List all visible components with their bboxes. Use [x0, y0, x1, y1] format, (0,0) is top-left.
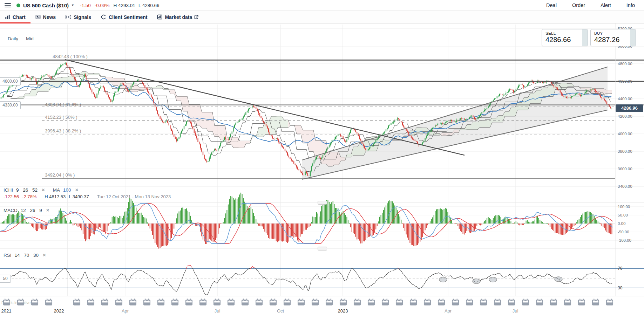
calendar-event-icon[interactable] [73, 298, 81, 306]
calendar-event-icon[interactable] [522, 298, 529, 306]
calendar-event-icon[interactable] [241, 298, 249, 306]
axis-tick: 4400.00 [618, 97, 632, 101]
calendar-event-icon[interactable] [409, 298, 417, 306]
calendar-event-icon[interactable] [550, 298, 557, 306]
ichi-params: 9 26 52 [16, 187, 38, 193]
header: US 500 Cash ($10) ▼ -1.50 -0.03% H 4293.… [0, 0, 644, 11]
calendar-event-icon[interactable] [438, 298, 445, 306]
tab-signals[interactable]: Signals [61, 11, 96, 23]
chart-toolbar: Daily Mid [8, 36, 34, 41]
calendar-event-icon[interactable] [157, 298, 165, 306]
calendar-event-icon[interactable] [17, 298, 25, 306]
tab-bar: Chart News Signals Client Sentiment Mark… [0, 11, 644, 23]
alert-button[interactable]: Alert [601, 2, 611, 8]
timeframe-button[interactable]: Daily [8, 36, 18, 41]
calendar-event-icon[interactable] [494, 298, 501, 306]
calendar-event-icon[interactable] [297, 298, 305, 306]
tab-client-sentiment[interactable]: Client Sentiment [96, 11, 152, 23]
time-axis-label: 2022 [54, 308, 64, 314]
ma-label: MA [53, 187, 60, 193]
calendar-event-icon[interactable] [115, 298, 123, 306]
calendar-event-icon[interactable] [269, 298, 277, 306]
time-axis-label: 2021 [1, 308, 12, 314]
client-sentiment-icon [101, 14, 106, 20]
remove-ichi-icon[interactable]: × [42, 187, 45, 193]
calendar-event-icon[interactable] [508, 298, 515, 306]
buy-button[interactable]: BUY 4287.26 [590, 29, 636, 46]
calendar-event-icon[interactable] [45, 298, 53, 306]
info-button[interactable]: Info [626, 2, 635, 8]
price-chart-canvas[interactable]: 4842.43 ( 100% )4308.04 ( 61.8% )4152.23… [0, 23, 644, 316]
calendar-event-icon[interactable] [213, 298, 221, 306]
calendar-event-icon[interactable] [199, 298, 207, 306]
axis-tick: 30 [618, 286, 623, 290]
price-change-pct: -0.03% [95, 3, 110, 8]
calendar-event-icon[interactable] [143, 298, 151, 306]
calendar-event-icon[interactable] [339, 298, 347, 306]
rsi-params: 14 70 30 [15, 253, 39, 258]
axis-tick: 100.00 [618, 205, 630, 209]
sell-label: SELL [545, 31, 584, 35]
rsi-pane-resize-handle[interactable] [318, 247, 327, 250]
calendar-event-icon[interactable] [101, 298, 109, 306]
calendar-event-icon[interactable] [395, 298, 403, 306]
rsi-legend: RSI 14 70 30 × [4, 252, 46, 258]
remove-rsi-icon[interactable]: × [43, 252, 46, 258]
price-type-button[interactable]: Mid [26, 36, 34, 41]
deal-button[interactable]: Deal [546, 2, 557, 8]
calendar-event-icon[interactable] [592, 298, 599, 306]
calendar-event-icon[interactable] [185, 298, 193, 306]
time-axis: Data is indicative 20212022AprJulOct2023… [0, 296, 644, 316]
range-dates: Tue 12 Oct 2021 - Mon 13 Nov 2023 [97, 194, 171, 199]
tab-chart[interactable]: Chart [0, 11, 30, 23]
chevron-down-icon[interactable]: ▼ [71, 4, 74, 7]
chart-icon [5, 14, 10, 20]
calendar-event-icon[interactable] [129, 298, 137, 306]
calendar-event-icon[interactable] [353, 298, 361, 306]
instrument-title: US 500 Cash ($10) [23, 2, 69, 8]
calendar-event-icon[interactable] [31, 298, 39, 306]
axis-tick: -50.00 [618, 230, 629, 234]
calendar-event-icon[interactable] [311, 298, 319, 306]
buy-label: BUY [594, 31, 632, 35]
calendar-event-icon[interactable] [3, 298, 11, 306]
calendar-event-icon[interactable] [283, 298, 291, 306]
sell-price: 4286.66 [545, 36, 584, 44]
order-button[interactable]: Order [572, 2, 585, 8]
calendar-event-icon[interactable] [578, 298, 585, 306]
calendar-event-icon[interactable] [423, 298, 431, 306]
tab-news[interactable]: News [30, 11, 61, 23]
sell-button[interactable]: SELL 4286.66 [542, 29, 588, 46]
axis-tick: 50.00 [618, 213, 628, 217]
time-axis-label: 2023 [338, 308, 348, 314]
rsi-label: RSI [4, 253, 12, 258]
calendar-event-icon[interactable] [367, 298, 375, 306]
axis-tick: 4600.00 [618, 79, 632, 83]
calendar-event-icon[interactable] [325, 298, 333, 306]
calendar-event-icon[interactable] [87, 298, 95, 306]
calendar-event-icon[interactable] [452, 298, 459, 306]
calendar-event-icon[interactable] [255, 298, 263, 306]
calendar-event-icon[interactable] [227, 298, 235, 306]
tab-market-data[interactable]: Market data [152, 11, 206, 23]
hamburger-menu-icon[interactable] [5, 3, 11, 7]
calendar-event-icon[interactable] [536, 298, 543, 306]
calendar-event-icon[interactable] [171, 298, 179, 306]
calendar-event-icon[interactable] [466, 298, 473, 306]
rsi-mid-badge: 50 [0, 275, 11, 283]
svg-text:3996.43 ( 38.2% ): 3996.43 ( 38.2% ) [45, 128, 81, 133]
calendar-event-icon[interactable] [564, 298, 571, 306]
remove-ma-icon[interactable]: × [75, 187, 79, 193]
calendar-event-icon[interactable] [606, 298, 614, 306]
macd-params: 12 26 9 [21, 208, 42, 213]
axis-tick: 4800.00 [618, 62, 632, 66]
calendar-event-icon[interactable] [381, 298, 389, 306]
session-high: H 4293.01 [114, 3, 135, 8]
calendar-event-icon[interactable] [480, 298, 487, 306]
chart-region: 4842.43 ( 100% )4308.04 ( 61.8% )4152.23… [0, 23, 644, 316]
axis-tick: 4200.00 [618, 114, 632, 118]
ichimoku-legend: ICHI 9 26 52 × MA 100 × [4, 187, 78, 193]
remove-macd-icon[interactable]: × [46, 207, 49, 213]
time-axis-label: Jul [215, 308, 221, 314]
macd-pane-resize-handle[interactable] [318, 201, 327, 205]
